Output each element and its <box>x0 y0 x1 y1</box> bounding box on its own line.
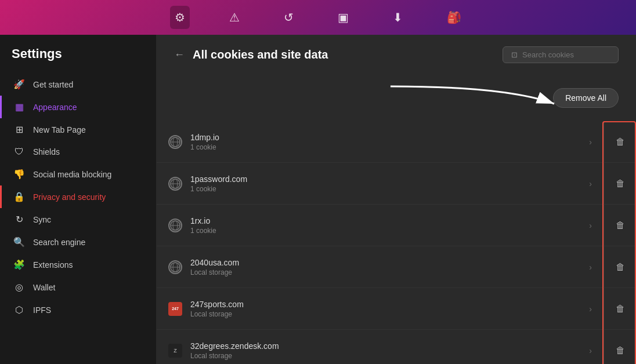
search-cookies-box[interactable]: ⊡ <box>503 46 619 63</box>
sidebar-item-label: Search engine <box>33 238 85 247</box>
delete-button-1dmp[interactable]: 🗑 <box>604 121 636 163</box>
sidebar-item-label: IPFS <box>33 305 51 315</box>
sync-icon: ↻ <box>13 214 25 225</box>
cookie-info-32degrees: 32degrees.zendesk.com Local storage <box>190 341 581 360</box>
cookie-info-1password: 1password.com 1 cookie <box>190 174 581 193</box>
search-engine-icon: 🔍 <box>13 236 25 247</box>
table-row: 1password.com 1 cookie › 🗑 <box>157 163 636 205</box>
settings-icon[interactable]: ⚙ <box>170 6 190 29</box>
chevron-right-icon: › <box>589 137 592 147</box>
content-header: ← All cookies and site data ⊡ <box>157 35 636 75</box>
cookie-info-1dmp: 1dmp.io 1 cookie <box>190 133 581 151</box>
table-row: 1rx.io 1 cookie › 🗑 <box>157 205 636 246</box>
delete-button-1password[interactable]: 🗑 <box>604 163 636 205</box>
header-left: ← All cookies and site data <box>174 48 328 61</box>
sidebar-item-label: New Tab Page <box>33 125 86 134</box>
history-icon[interactable]: ↺ <box>279 6 298 29</box>
back-button[interactable]: ← <box>174 49 185 61</box>
site-name: 1dmp.io <box>190 133 581 142</box>
content-inner: ← All cookies and site data ⊡ <box>157 35 636 364</box>
appearance-icon: ▦ <box>13 101 25 112</box>
chevron-right-icon: › <box>589 346 592 355</box>
site-name: 2040usa.com <box>190 258 581 267</box>
favicon-1dmp <box>168 135 182 149</box>
delete-button-1rx[interactable]: 🗑 <box>604 205 636 246</box>
favicon-1password <box>168 177 182 191</box>
site-detail: 1 cookie <box>190 143 581 151</box>
sidebar-item-label: Sync <box>33 215 51 224</box>
download-icon[interactable]: ⬇ <box>388 6 407 29</box>
main-area: Settings 🚀 Get started ▦ Appearance ⊞ Ne… <box>0 35 636 364</box>
sidebar-item-label: Appearance <box>33 103 77 112</box>
sidebar-item-extensions[interactable]: 🧩 Extensions <box>0 253 156 276</box>
sidebar-item-search-engine[interactable]: 🔍 Search engine <box>0 231 156 253</box>
sidebar-item-label: Privacy and security <box>33 192 106 202</box>
table-row: 247 247sports.com Local storage › 🗑 <box>157 288 636 330</box>
extensions-icon: 🧩 <box>13 259 25 270</box>
favicon-32degrees: Z <box>168 344 182 358</box>
favicon-2040usa <box>168 260 182 274</box>
site-name: 1password.com <box>190 174 581 184</box>
chevron-right-icon: › <box>589 221 592 230</box>
delete-button-247sports[interactable]: 🗑 <box>604 288 636 330</box>
arrow-area: Remove All <box>157 75 636 121</box>
sidebar-item-label: Extensions <box>33 260 73 270</box>
sidebar-item-social-media-blocking[interactable]: 👎 Social media blocking <box>0 163 156 185</box>
chevron-right-icon: › <box>589 263 592 272</box>
search-cookies-icon: ⊡ <box>511 50 518 59</box>
cookie-row-247sports[interactable]: 247 247sports.com Local storage › <box>157 288 604 330</box>
chevron-right-icon: › <box>589 179 592 188</box>
sidebar-title: Settings <box>0 46 156 73</box>
sidebar-item-new-tab-page[interactable]: ⊞ New Tab Page <box>0 118 156 141</box>
site-name: 32degrees.zendesk.com <box>190 341 581 351</box>
sidebar-item-wallet[interactable]: ◎ Wallet <box>0 276 156 299</box>
favicon-1rx <box>168 219 182 232</box>
sidebar-item-appearance[interactable]: ▦ Appearance <box>0 96 156 118</box>
site-detail: 1 cookie <box>190 227 581 235</box>
table-row: Z 32degrees.zendesk.com Local storage › … <box>157 330 636 364</box>
sidebar-item-ipfs[interactable]: ⬡ IPFS <box>0 299 156 321</box>
remove-all-button[interactable]: Remove All <box>553 88 619 108</box>
sidebar-item-label: Shields <box>33 147 60 156</box>
ipfs-icon: ⬡ <box>13 304 25 315</box>
site-name: 1rx.io <box>190 216 581 225</box>
lock-icon: 🔒 <box>13 191 25 202</box>
cookie-row-1dmp[interactable]: 1dmp.io 1 cookie › <box>157 121 604 163</box>
table-row: 1dmp.io 1 cookie › 🗑 <box>157 121 636 163</box>
chevron-right-icon: › <box>589 304 592 314</box>
cookie-row-1rx[interactable]: 1rx.io 1 cookie › <box>157 205 604 246</box>
page-title: All cookies and site data <box>193 48 328 61</box>
site-detail: Local storage <box>190 352 581 360</box>
cookie-info-1rx: 1rx.io 1 cookie <box>190 216 581 235</box>
delete-button-2040usa[interactable]: 🗑 <box>604 246 636 288</box>
site-detail: 1 cookie <box>190 185 581 193</box>
cookie-info-247sports: 247sports.com Local storage <box>190 300 581 318</box>
cookie-list: 1dmp.io 1 cookie › 🗑 <box>157 121 636 364</box>
cookie-row-1password[interactable]: 1password.com 1 cookie › <box>157 163 604 205</box>
sidebar-item-label: Get started <box>33 80 73 89</box>
search-cookies-input[interactable] <box>522 50 609 59</box>
site-name: 247sports.com <box>190 300 581 309</box>
wallet-icon: ◎ <box>13 282 25 293</box>
delete-button-32degrees[interactable]: 🗑 <box>604 330 636 364</box>
alert-icon[interactable]: ⚠ <box>225 6 244 29</box>
bookmark-icon[interactable]: ▣ <box>333 6 353 29</box>
sidebar-item-label: Wallet <box>33 283 55 292</box>
sidebar-item-privacy-and-security[interactable]: 🔒 Privacy and security <box>0 185 156 208</box>
thumbs-down-icon: 👎 <box>13 169 25 180</box>
sidebar-item-sync[interactable]: ↻ Sync <box>0 208 156 231</box>
cookie-row-2040usa[interactable]: 2040usa.com Local storage › <box>157 246 604 288</box>
toolbar: ⚙ ⚠ ↺ ▣ ⬇ 🎒 <box>0 0 636 35</box>
cookie-row-32degrees[interactable]: Z 32degrees.zendesk.com Local storage › <box>157 330 604 364</box>
sidebar-item-get-started[interactable]: 🚀 Get started <box>0 73 156 96</box>
table-row: 2040usa.com Local storage › 🗑 <box>157 246 636 288</box>
site-detail: Local storage <box>190 268 581 276</box>
sidebar-item-shields[interactable]: 🛡 Shields <box>0 141 156 163</box>
sidebar-item-label: Social media blocking <box>33 170 111 179</box>
content-area: ← All cookies and site data ⊡ <box>157 35 636 364</box>
briefcase-icon[interactable]: 🎒 <box>442 6 466 29</box>
new-tab-icon: ⊞ <box>13 124 25 135</box>
favicon-247sports: 247 <box>168 302 182 316</box>
shield-icon: 🛡 <box>13 147 25 157</box>
rocket-icon: 🚀 <box>13 79 25 90</box>
